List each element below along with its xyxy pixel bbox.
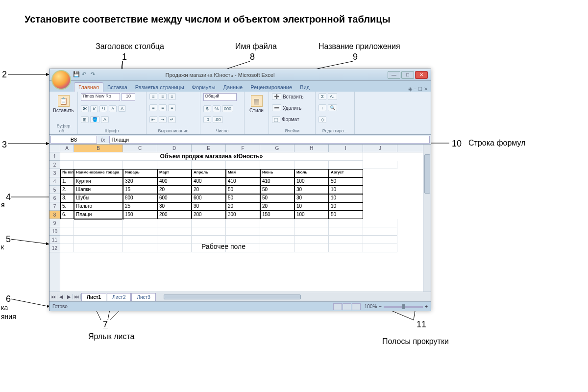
sort-btn[interactable]: A↓: [328, 93, 337, 100]
cell[interactable]: Апрель: [192, 169, 226, 177]
cell[interactable]: [260, 219, 294, 227]
paste-button[interactable]: 📋 Вставить: [52, 93, 74, 115]
delete-btn[interactable]: ➖: [272, 104, 281, 111]
horizontal-scrollbar[interactable]: [161, 294, 431, 300]
cell[interactable]: 50: [329, 211, 363, 219]
undo-icon[interactable]: ↶: [82, 71, 89, 78]
save-icon[interactable]: 💾: [73, 71, 80, 78]
cell[interactable]: [329, 244, 363, 252]
cell[interactable]: 2.: [60, 186, 74, 194]
cell[interactable]: 320: [123, 177, 157, 186]
cell[interactable]: 20: [157, 186, 192, 194]
cell[interactable]: Август: [329, 169, 363, 177]
redo-icon[interactable]: ↷: [91, 71, 98, 78]
worksheet[interactable]: ABCDEFGHIJ 123456789101112 Объем продаж …: [49, 145, 431, 292]
cell[interactable]: 30: [294, 194, 329, 202]
row-header-10[interactable]: 10: [49, 227, 60, 236]
col-header-B[interactable]: B: [74, 145, 123, 152]
cell[interactable]: [363, 236, 397, 244]
cell[interactable]: [74, 219, 123, 227]
row-header-1[interactable]: 1: [49, 152, 60, 161]
cell[interactable]: 50: [329, 177, 363, 186]
currency-btn[interactable]: $: [203, 105, 211, 112]
italic-button[interactable]: К: [90, 105, 98, 112]
cell[interactable]: [260, 236, 294, 244]
bold-button[interactable]: Ж: [81, 105, 89, 112]
cell[interactable]: 100: [294, 211, 329, 219]
cell[interactable]: [294, 236, 329, 244]
align-left[interactable]: ≡: [149, 104, 157, 111]
cell[interactable]: [363, 227, 397, 236]
cell[interactable]: [226, 227, 260, 236]
nav-last[interactable]: ⏭: [73, 294, 81, 299]
cell[interactable]: Объем продаж магазина «Юность»: [60, 152, 363, 161]
cell[interactable]: [329, 236, 363, 244]
row-header-5[interactable]: 5: [49, 186, 60, 194]
cell[interactable]: [123, 161, 157, 169]
formula-bar[interactable]: Плащи: [109, 136, 430, 144]
cell[interactable]: 600: [192, 194, 226, 202]
cell[interactable]: 410: [226, 177, 260, 186]
vertical-scrollbar[interactable]: [423, 145, 431, 292]
name-box[interactable]: B8: [50, 136, 97, 144]
format-btn[interactable]: ⬚: [272, 116, 280, 123]
nav-prev[interactable]: ◀: [57, 294, 65, 299]
cell[interactable]: 15: [123, 186, 157, 194]
zoom-out[interactable]: −: [379, 304, 382, 309]
cell[interactable]: Пальто: [74, 202, 123, 211]
cell[interactable]: 20: [192, 186, 226, 194]
ribbon-tab-2[interactable]: Разметка страницы: [131, 83, 188, 92]
col-header-J[interactable]: J: [363, 145, 397, 152]
cell[interactable]: [329, 161, 363, 169]
row-header-6[interactable]: 6: [49, 194, 60, 202]
view-layout[interactable]: [343, 303, 351, 310]
ribbon-tab-1[interactable]: Вставка: [103, 83, 131, 92]
cell[interactable]: [123, 236, 157, 244]
cell[interactable]: [60, 227, 74, 236]
zoom-slider[interactable]: [384, 306, 423, 308]
minimize-button[interactable]: —: [388, 71, 400, 79]
row-header-3[interactable]: 3: [49, 169, 60, 177]
cell[interactable]: 50: [226, 194, 260, 202]
ribbon-tab-4[interactable]: Данные: [219, 83, 246, 92]
cell[interactable]: 1.: [60, 177, 74, 186]
font-shrink[interactable]: A: [118, 105, 126, 112]
cell[interactable]: [294, 227, 329, 236]
wrap-button[interactable]: ↵: [168, 116, 176, 123]
cell[interactable]: [60, 244, 74, 252]
dec-inc[interactable]: .0: [203, 116, 211, 123]
align-top[interactable]: ≡: [149, 93, 157, 100]
cell[interactable]: Шубы: [74, 194, 123, 202]
cell[interactable]: 20: [226, 202, 260, 211]
cell[interactable]: [60, 161, 74, 169]
cell[interactable]: 410: [260, 177, 294, 186]
align-center[interactable]: ≡: [159, 104, 167, 111]
cell[interactable]: 25: [123, 202, 157, 211]
align-mid[interactable]: ≡: [159, 93, 167, 100]
border-button[interactable]: ⊞: [81, 116, 89, 123]
close-button[interactable]: ✕: [415, 71, 428, 79]
sheet-tab-2[interactable]: Лист3: [131, 293, 155, 301]
cell[interactable]: 50: [260, 186, 294, 194]
col-header-F[interactable]: F: [226, 145, 260, 152]
col-header-A[interactable]: A: [60, 145, 74, 152]
cell[interactable]: 150: [123, 211, 157, 219]
cell[interactable]: 400: [157, 177, 192, 186]
cell[interactable]: 6.: [60, 211, 74, 219]
cell[interactable]: 800: [123, 194, 157, 202]
cell[interactable]: [260, 161, 294, 169]
cell[interactable]: Шапки: [74, 186, 123, 194]
number-format[interactable]: Общий: [203, 93, 237, 101]
sheet-tab-1[interactable]: Лист2: [107, 293, 131, 301]
cell[interactable]: 50: [226, 186, 260, 194]
align-right[interactable]: ≡: [168, 104, 176, 111]
hscroll-thumb[interactable]: [164, 294, 301, 299]
cell[interactable]: [74, 227, 123, 236]
maximize-button[interactable]: □: [401, 71, 414, 79]
cell-grid[interactable]: Объем продаж магазина «Юность»№ п/пНаиме…: [60, 152, 423, 292]
cell[interactable]: 100: [294, 177, 329, 186]
align-bot[interactable]: ≡: [168, 93, 176, 100]
row-header-11[interactable]: 11: [49, 236, 60, 244]
cell[interactable]: [157, 161, 192, 169]
dec-dec[interactable]: .00: [213, 116, 223, 123]
